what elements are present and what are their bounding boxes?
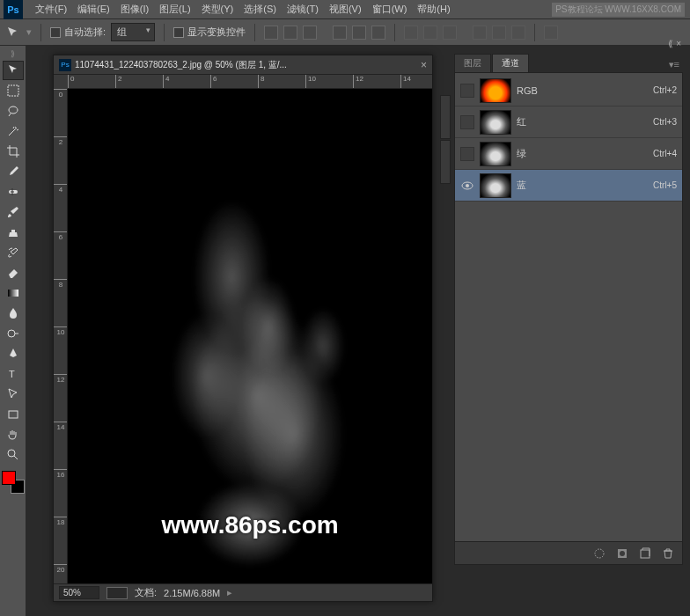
svg-rect-0 xyxy=(8,85,18,96)
align-top-icon[interactable] xyxy=(264,26,278,40)
type-tool[interactable]: T xyxy=(3,364,24,384)
ruler-tick: 4 xyxy=(163,75,169,89)
panel-tabs: 图层 通道 ▾≡ xyxy=(454,55,683,72)
marquee-tool[interactable] xyxy=(3,81,24,100)
menu-file[interactable]: 文件(F) xyxy=(30,3,72,16)
visibility-toggle[interactable] xyxy=(460,147,474,161)
workspace: Ps 11074431_122403780263_2.jpg @ 50% (图层… xyxy=(26,46,690,616)
close-document-icon[interactable]: × xyxy=(421,59,427,71)
tab-layers[interactable]: 图层 xyxy=(454,54,491,72)
menu-edit[interactable]: 编辑(E) xyxy=(72,3,115,16)
channel-name: RGB xyxy=(517,85,648,96)
menu-window[interactable]: 窗口(W) xyxy=(367,3,413,16)
checkbox-icon[interactable] xyxy=(50,27,61,38)
show-transform-option[interactable]: 显示变换控件 xyxy=(173,26,246,39)
ruler-tick: 20 xyxy=(54,564,68,574)
canvas[interactable]: www.86ps.com xyxy=(68,89,432,583)
doc-info-menu-icon[interactable]: ▸ xyxy=(227,587,232,598)
channel-row[interactable]: 蓝Ctrl+5 xyxy=(455,170,682,202)
ruler-tick: 12 xyxy=(353,75,363,89)
align-left-icon[interactable] xyxy=(333,26,347,40)
color-swatches[interactable] xyxy=(2,471,25,494)
zoom-tool[interactable] xyxy=(3,445,24,465)
foreground-swatch[interactable] xyxy=(2,471,16,485)
save-selection-icon[interactable] xyxy=(615,546,629,561)
panel-collapse-icon[interactable]: ⟪ xyxy=(668,39,673,48)
distribute-vcenter-icon xyxy=(423,26,437,40)
separator xyxy=(534,24,535,41)
clone-stamp-tool[interactable] xyxy=(3,223,24,242)
panel-close-icon[interactable]: × xyxy=(676,39,681,48)
align-right-icon[interactable] xyxy=(371,26,385,40)
doc-info: 2.15M/6.88M xyxy=(164,588,220,598)
ruler-tick: 8 xyxy=(258,75,264,89)
history-brush-tool[interactable] xyxy=(3,243,24,262)
gradient-tool[interactable] xyxy=(3,283,24,303)
document-tab[interactable]: Ps 11074431_122403780263_2.jpg @ 50% (图层… xyxy=(54,55,432,75)
align-vcenter-icon[interactable] xyxy=(283,26,297,40)
channel-name: 红 xyxy=(517,115,648,128)
menu-layer[interactable]: 图层(L) xyxy=(154,3,195,16)
dodge-tool[interactable] xyxy=(3,324,24,343)
app-logo: Ps xyxy=(4,0,23,19)
auto-select-target-dropdown[interactable]: 组 xyxy=(111,23,155,41)
watermark-top: PS教程论坛 WWW.16XX8.COM xyxy=(552,3,685,17)
channel-list: RGBCtrl+2红Ctrl+3绿Ctrl+4蓝Ctrl+5 xyxy=(455,73,682,203)
ruler-tick: 16 xyxy=(54,469,68,479)
visibility-toggle[interactable] xyxy=(460,115,474,129)
channel-thumbnail xyxy=(480,110,511,135)
ps-file-icon: Ps xyxy=(59,59,71,71)
ruler-tick: 10 xyxy=(54,326,68,336)
channel-row[interactable]: 绿Ctrl+4 xyxy=(455,138,682,170)
load-selection-icon[interactable] xyxy=(592,546,606,561)
panel-menu-icon[interactable]: ▾≡ xyxy=(665,57,683,72)
channel-row[interactable]: RGBCtrl+2 xyxy=(455,75,682,106)
crop-tool[interactable] xyxy=(3,142,24,161)
menu-view[interactable]: 视图(V) xyxy=(324,3,367,16)
channel-shortcut: Ctrl+5 xyxy=(653,180,677,190)
pen-tool[interactable] xyxy=(3,344,24,363)
collapsed-panel-2[interactable] xyxy=(440,140,451,184)
menu-type[interactable]: 类型(Y) xyxy=(196,3,239,16)
ruler-vertical[interactable]: 02468101214161820 xyxy=(54,89,68,583)
menu-select[interactable]: 选择(S) xyxy=(239,3,282,16)
visibility-toggle[interactable] xyxy=(460,179,474,193)
delete-channel-icon[interactable] xyxy=(661,546,675,561)
channel-name: 蓝 xyxy=(517,179,648,192)
eraser-tool[interactable] xyxy=(3,263,24,282)
brush-tool[interactable] xyxy=(3,202,24,222)
align-hcenter-icon[interactable] xyxy=(352,26,366,40)
hand-tool[interactable] xyxy=(3,425,24,444)
menu-help[interactable]: 帮助(H) xyxy=(412,3,455,16)
new-channel-icon[interactable] xyxy=(638,546,652,561)
menu-filter[interactable]: 滤镜(T) xyxy=(282,3,324,16)
svg-point-8 xyxy=(466,184,469,187)
preview-icon[interactable] xyxy=(106,587,128,599)
zoom-input[interactable]: 50% xyxy=(59,586,99,599)
blur-tool[interactable] xyxy=(3,304,24,323)
channel-thumbnail xyxy=(480,78,511,103)
path-selection-tool[interactable] xyxy=(3,385,24,404)
collapsed-panel-1[interactable] xyxy=(440,95,451,139)
tab-channels[interactable]: 通道 xyxy=(492,54,529,72)
document-title: 11074431_122403780263_2.jpg @ 50% (图层 1,… xyxy=(75,59,421,71)
checkbox-icon[interactable] xyxy=(173,27,184,38)
lasso-tool[interactable] xyxy=(3,101,24,121)
eyedropper-tool[interactable] xyxy=(3,162,24,181)
magic-wand-tool[interactable] xyxy=(3,121,24,141)
auto-select-option[interactable]: 自动选择: xyxy=(50,26,106,39)
rectangle-tool[interactable] xyxy=(3,405,24,424)
channel-row[interactable]: 红Ctrl+3 xyxy=(455,106,682,138)
ruler-tick: 4 xyxy=(54,184,68,194)
healing-brush-tool[interactable] xyxy=(3,182,24,202)
toolbar-collapse-icon[interactable]: ⟫ xyxy=(11,49,15,58)
menu-image[interactable]: 图像(I) xyxy=(115,3,154,16)
channel-thumbnail xyxy=(480,142,511,166)
visibility-toggle[interactable] xyxy=(460,84,474,98)
document-window: Ps 11074431_122403780263_2.jpg @ 50% (图层… xyxy=(53,55,433,602)
align-bottom-icon[interactable] xyxy=(303,26,317,40)
collapsed-panels xyxy=(440,95,451,184)
channel-shortcut: Ctrl+4 xyxy=(653,149,677,158)
move-tool[interactable] xyxy=(3,61,24,80)
ruler-horizontal[interactable]: 02468101214 xyxy=(68,75,432,89)
